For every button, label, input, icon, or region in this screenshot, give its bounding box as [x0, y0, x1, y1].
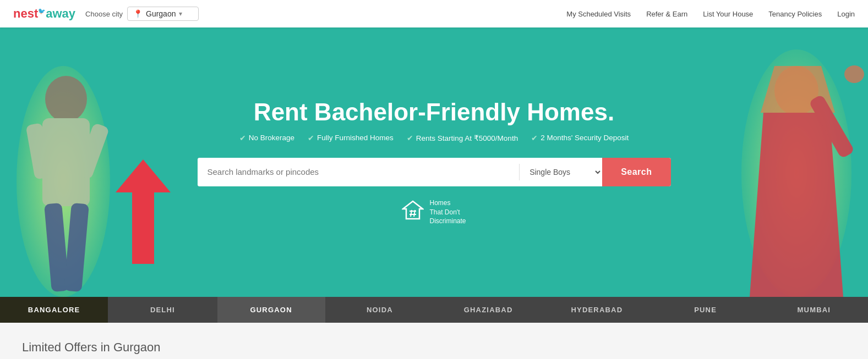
feature-label-2: Fully Furnished Homes	[317, 134, 394, 142]
nav-refer-earn[interactable]: Refer & Earn	[646, 10, 687, 18]
selected-city-label: Gurgaon	[146, 9, 176, 18]
section-title-city: Gurgaon	[113, 340, 161, 354]
city-tab-hyderabad[interactable]: HYDERABAD	[543, 297, 651, 323]
nav-list-house[interactable]: List Your House	[703, 10, 753, 18]
person-right-illustration	[728, 38, 865, 297]
homes-badge-text: Homes That Don't Discriminate	[429, 198, 466, 226]
city-tab-pune[interactable]: PUNE	[652, 297, 760, 323]
search-input[interactable]	[198, 158, 520, 186]
city-tab-delhi[interactable]: DELHI	[108, 297, 217, 323]
city-dropdown[interactable]: 📍 Gurgaon ▾	[127, 7, 199, 21]
svg-rect-5	[64, 203, 89, 292]
hero-title: Rent Bachelor-Friendly Homes.	[254, 98, 614, 126]
svg-marker-8	[750, 113, 843, 297]
hero-features: ✔ No Brokerage ✔ Fully Furnished Homes ✔…	[239, 134, 629, 142]
city-tab-label-bangalore: BANGALORE	[28, 306, 80, 314]
homes-badge-icon	[402, 200, 424, 224]
hero-figure-right	[725, 27, 868, 297]
badge-line2: That Don't	[429, 208, 466, 217]
homes-badge: Homes That Don't Discriminate	[402, 198, 466, 226]
dropdown-chevron-icon: ▾	[179, 10, 182, 18]
city-tab-label-mumbai: MUMBAI	[798, 306, 831, 314]
city-tab-mumbai[interactable]: MUMBAI	[760, 297, 868, 323]
svg-marker-6	[116, 159, 171, 264]
logo-nest: nest	[13, 7, 38, 20]
city-tab-label-delhi: DELHI	[150, 306, 175, 314]
feature-furnished: ✔ Fully Furnished Homes	[308, 134, 394, 142]
nav-login[interactable]: Login	[837, 10, 855, 18]
feature-rents: ✔ Rents Starting At ₹5000/Month	[407, 134, 518, 142]
navbar: nest🐦away Choose city 📍 Gurgaon ▾ My Sch…	[0, 0, 868, 27]
check-icon-1: ✔	[239, 134, 246, 142]
city-tab-noida[interactable]: NOIDA	[326, 297, 434, 323]
hero-figure-left	[0, 27, 132, 297]
logo[interactable]: nest🐦away	[13, 7, 75, 21]
section-title-prefix: Limited Offers in	[22, 340, 113, 354]
check-icon-4: ✔	[531, 134, 538, 142]
city-tab-gurgaon[interactable]: GURGAON	[217, 297, 326, 323]
logo-away: away	[46, 7, 75, 20]
svg-point-0	[45, 76, 87, 122]
search-bar: Single Boys Single Girls Family Any Sear…	[198, 158, 671, 186]
feature-label-4: 2 Months' Security Deposit	[541, 134, 629, 142]
search-button[interactable]: Search	[602, 158, 670, 186]
badge-line3: Discriminate	[429, 217, 466, 226]
choose-city-label: Choose city	[85, 10, 123, 18]
svg-point-11	[844, 65, 864, 83]
check-icon-2: ✔	[308, 134, 314, 142]
city-tab-ghaziabad[interactable]: GHAZIABAD	[434, 297, 543, 323]
city-tab-label-gurgaon: GURGAON	[250, 306, 292, 314]
filter-select[interactable]: Single Boys Single Girls Family Any	[520, 158, 602, 186]
logo-bird-icon: 🐦	[38, 8, 46, 14]
section-title: Limited Offers in Gurgaon	[22, 340, 846, 355]
nav-tenancy-policies[interactable]: Tenancy Policies	[768, 10, 822, 18]
city-tab-label-hyderabad: HYDERABAD	[571, 306, 623, 314]
feature-label-1: No Brokerage	[249, 134, 294, 142]
svg-marker-12	[403, 201, 423, 219]
nav-links: My Scheduled Visits Refer & Earn List Yo…	[566, 10, 855, 18]
section-below: Limited Offers in Gurgaon	[0, 323, 868, 359]
city-tabs: BANGALORE DELHI GURGAON NOIDA GHAZIABAD …	[0, 297, 868, 323]
red-arrow-icon	[99, 159, 171, 264]
badge-line1: Homes	[429, 198, 466, 208]
city-tab-bangalore[interactable]: BANGALORE	[0, 297, 108, 323]
city-tab-label-pune: PUNE	[694, 306, 717, 314]
feature-no-brokerage: ✔ No Brokerage	[239, 134, 294, 142]
house-hashtag-icon	[402, 200, 424, 220]
location-pin-icon: 📍	[133, 9, 143, 18]
nav-scheduled-visits[interactable]: My Scheduled Visits	[566, 10, 631, 18]
hero-section: Rent Bachelor-Friendly Homes. ✔ No Broke…	[0, 27, 868, 297]
feature-label-3: Rents Starting At ₹5000/Month	[416, 134, 518, 142]
feature-security: ✔ 2 Months' Security Deposit	[531, 134, 629, 142]
check-icon-3: ✔	[407, 134, 413, 142]
city-tab-label-ghaziabad: GHAZIABAD	[464, 306, 513, 314]
city-tab-label-noida: NOIDA	[367, 306, 393, 314]
